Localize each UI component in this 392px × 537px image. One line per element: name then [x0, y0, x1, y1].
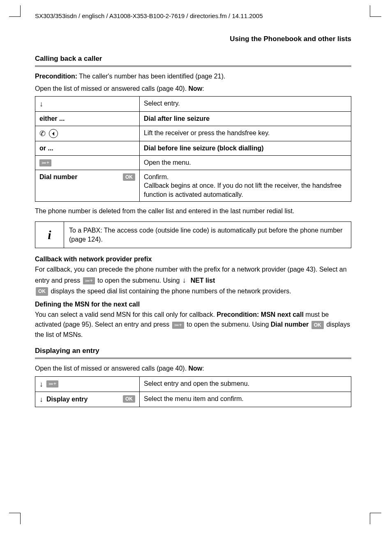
down-arrow-icon: ↓ — [39, 99, 43, 109]
precondition-label: Precondition: — [35, 73, 77, 80]
cell: Dial before line seizure (block dialling… — [144, 145, 264, 152]
ok-badge: OK — [123, 173, 135, 181]
procedure-table-1: ↓ Select entry. either ... Dial after li… — [35, 96, 351, 202]
down-arrow-icon: ↓ — [182, 275, 186, 286]
precondition-text: The caller's number has been identified … — [77, 73, 225, 80]
net-list-label: NET list — [191, 277, 215, 284]
text: displays the speed dial list containing … — [51, 288, 291, 295]
cell: Lift the receiver or press the handsfree… — [140, 126, 351, 141]
procedure-table-2: ↓ ≔+ Select entry and open the submenu. … — [35, 376, 351, 408]
msn-pre-label: Precondition: MSN next call — [217, 311, 304, 318]
table-row: ↓ Display entry OK Select the menu item … — [35, 392, 351, 407]
now-label: Now — [189, 85, 203, 92]
callback-prefix-heading: Callback with network provider prefix — [35, 256, 351, 263]
open-list-text: Open the list of missed or answered call… — [35, 85, 189, 92]
header-path: SX303/353isdn / englisch / A31008-X353-B… — [35, 12, 351, 19]
section-title: Using the Phonebook and other lists — [35, 35, 351, 43]
precondition: Precondition: The caller's number has be… — [35, 72, 351, 81]
down-arrow-icon: ↓ — [39, 394, 43, 404]
open-list-1: Open the list of missed or answered call… — [35, 84, 351, 93]
cell: Select entry. — [140, 97, 351, 112]
cell: Confirm. Callback begins at once. If you… — [140, 170, 351, 202]
table-row: either ... Dial after line seizure — [35, 112, 351, 126]
cell: Display entry — [46, 395, 88, 404]
after-table-text: The phone number is deleted from the cal… — [35, 207, 351, 216]
now-label: Now — [189, 365, 203, 372]
cell: Open the menu. — [140, 155, 351, 170]
cell: either ... — [39, 115, 65, 122]
info-text: To a PABX: The access code (outside line… — [64, 222, 351, 248]
table-row: ↓ ≔+ Select entry and open the submenu. — [35, 376, 351, 392]
cell: Select entry and open the submenu. — [140, 376, 351, 392]
callback-prefix-para: For callback, you can precede the phone … — [35, 265, 351, 296]
ok-badge: OK — [311, 321, 324, 330]
text: to open the submenu. Using — [97, 277, 182, 284]
text: to open the submenu. Using — [187, 321, 271, 328]
phone-icon: ✆ — [39, 129, 46, 138]
ok-badge: OK — [123, 395, 135, 403]
table-row: ↓ Select entry. — [35, 97, 351, 112]
table-row: Dial number OK Confirm. Callback begins … — [35, 170, 351, 202]
table-row: or ... Dial before line seizure (block d… — [35, 141, 351, 156]
menu-icon: ≔+ — [83, 277, 95, 284]
dial-number-label: Dial number — [271, 321, 309, 328]
table-row: ≔+ Open the menu. — [35, 155, 351, 170]
table-row: ✆ ⏴ Lift the receiver or press the hands… — [35, 126, 351, 141]
cell: Dial number — [39, 173, 77, 180]
subsection-calling-back: Calling back a caller — [35, 55, 351, 63]
down-arrow-icon: ↓ — [39, 379, 43, 389]
menu-icon: ≔+ — [172, 322, 184, 329]
ok-badge: OK — [36, 287, 48, 296]
msn-para: You can select a valid send MSN for this… — [35, 310, 351, 340]
cell: Select the menu item and confirm. — [140, 392, 351, 407]
msn-heading: Defining the MSN for the next call — [35, 301, 351, 308]
subsection-displaying-entry: Displaying an entry — [35, 347, 351, 355]
handsfree-icon: ⏴ — [49, 129, 58, 138]
open-list-2: Open the list of missed or answered call… — [35, 364, 351, 373]
menu-icon: ≔+ — [46, 380, 58, 387]
divider — [35, 357, 351, 359]
menu-icon: ≔+ — [39, 159, 51, 166]
cell: or ... — [39, 145, 53, 152]
divider — [35, 65, 351, 67]
info-icon: i — [35, 222, 64, 248]
text: You can select a valid send MSN for this… — [35, 311, 217, 318]
open-list-text: Open the list of missed or answered call… — [35, 365, 189, 372]
info-box: i To a PABX: The access code (outside li… — [35, 221, 351, 248]
cell: Dial after line seizure — [144, 115, 210, 122]
